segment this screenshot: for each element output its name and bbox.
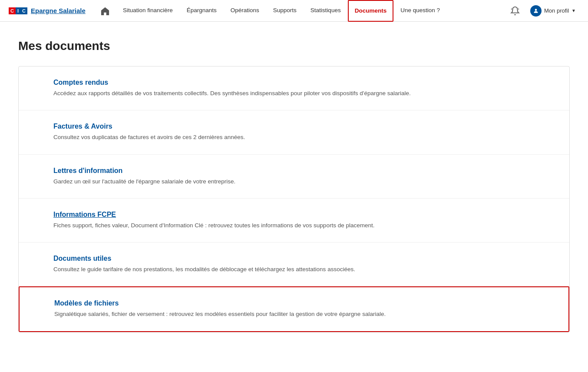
nav-item-epargnants[interactable]: Épargnants [180, 0, 224, 22]
doc-title-modeles-fichiers[interactable]: Modèles de fichiers [54, 299, 534, 307]
cic-letter-i: I [16, 7, 20, 14]
doc-title-documents-utiles[interactable]: Documents utiles [53, 255, 535, 262]
doc-desc-factures-avoirs: Consultez vos duplicatas de factures et … [53, 133, 535, 142]
nav-right: Mon profil ▼ [507, 3, 579, 18]
chevron-down-icon: ▼ [571, 8, 576, 13]
doc-item-informations-fcpe[interactable]: Informations FCPE Fiches support, fiches… [19, 199, 569, 242]
svg-point-0 [535, 9, 537, 11]
doc-desc-comptes-rendus: Accédez aux rapports détaillés de vos tr… [53, 89, 535, 98]
nav-item-statistiques[interactable]: Statistiques [304, 0, 348, 22]
documents-list: Comptes rendus Accédez aux rapports déta… [18, 66, 570, 332]
logo-link[interactable]: C I C Epargne Salariale [9, 7, 86, 14]
doc-item-factures-avoirs[interactable]: Factures & Avoirs Consultez vos duplicat… [19, 110, 569, 154]
nav-item-une-question[interactable]: Une question ? [393, 0, 447, 22]
doc-title-comptes-rendus[interactable]: Comptes rendus [53, 79, 535, 86]
profile-avatar [530, 5, 542, 17]
cic-logo: C I C [9, 7, 27, 14]
cic-letter-c1: C [9, 7, 16, 14]
doc-title-factures-avoirs[interactable]: Factures & Avoirs [53, 123, 535, 130]
main-nav: Situation financière Épargnants Opératio… [116, 0, 507, 22]
doc-desc-documents-utiles: Consultez le guide tarifaire de nos pres… [53, 265, 535, 274]
doc-title-lettres-information[interactable]: Lettres d'information [53, 167, 535, 175]
doc-desc-lettres-information: Gardez un œil sur l'actualité de l'éparg… [53, 177, 535, 186]
notification-button[interactable] [507, 4, 523, 17]
doc-desc-modeles-fichiers: Signalétique salariés, fichier de versem… [54, 310, 534, 319]
doc-item-documents-utiles[interactable]: Documents utiles Consultez le guide tari… [19, 242, 569, 286]
doc-item-comptes-rendus[interactable]: Comptes rendus Accédez aux rapports déta… [19, 66, 569, 110]
nav-item-supports[interactable]: Supports [266, 0, 304, 22]
main-header: C I C Epargne Salariale Situation financ… [0, 0, 588, 22]
page-title: Mes documents [18, 39, 570, 53]
doc-item-lettres-information[interactable]: Lettres d'information Gardez un œil sur … [19, 155, 569, 199]
profile-label: Mon profil [544, 7, 569, 14]
doc-item-modeles-fichiers[interactable]: Modèles de fichiers Signalétique salarié… [19, 286, 569, 332]
cic-letter-c2: C [20, 7, 27, 14]
nav-item-operations[interactable]: Opérations [224, 0, 266, 22]
doc-title-informations-fcpe[interactable]: Informations FCPE [53, 211, 535, 219]
nav-item-documents[interactable]: Documents [348, 0, 394, 22]
profile-button[interactable]: Mon profil ▼ [527, 3, 579, 18]
home-button[interactable] [99, 5, 112, 17]
main-content: Mes documents Comptes rendus Accédez aux… [10, 22, 578, 359]
doc-desc-informations-fcpe: Fiches support, fiches valeur, Document … [53, 221, 535, 230]
nav-item-situation-financiere[interactable]: Situation financière [116, 0, 180, 22]
brand-name: Epargne Salariale [31, 7, 86, 14]
